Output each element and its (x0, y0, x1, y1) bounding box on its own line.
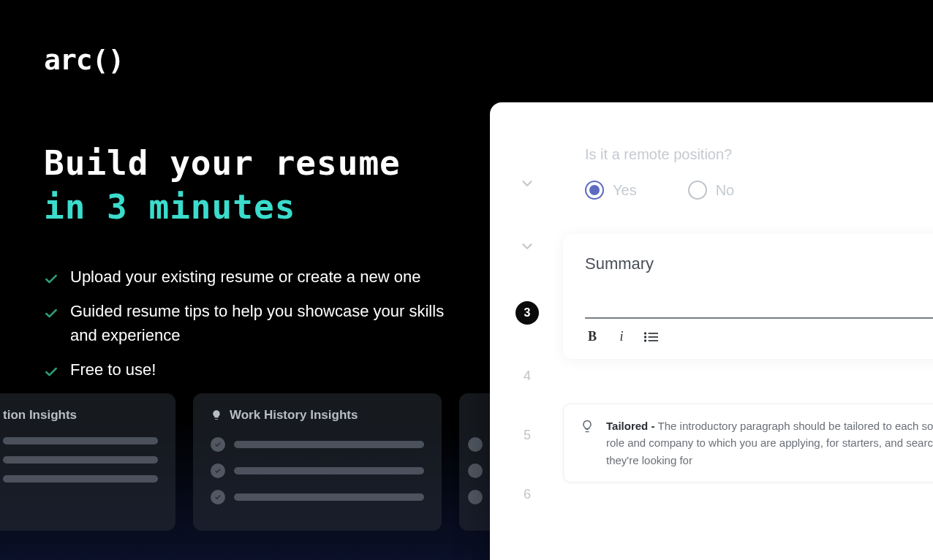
step-number-active[interactable]: 3 (515, 301, 539, 325)
remote-question-label: Is it a remote position? (585, 146, 734, 163)
feature-item: Guided resume tips to help you showcase … (44, 299, 453, 347)
brand-logo: arc() (44, 44, 889, 76)
svg-point-4 (644, 339, 646, 341)
skeleton-row (211, 437, 424, 452)
bold-button[interactable]: B (585, 329, 600, 344)
insight-card-title: tion Insights (3, 408, 77, 423)
step-collapse-icon[interactable] (519, 175, 539, 194)
radio-label: No (716, 182, 735, 199)
check-icon (44, 303, 58, 318)
feature-text: Free to use! (70, 357, 156, 382)
svg-point-0 (644, 332, 646, 334)
skeleton-row (211, 463, 424, 478)
step-number[interactable]: 6 (524, 487, 539, 502)
tip-label: Tailored - (606, 420, 658, 432)
svg-rect-5 (649, 340, 658, 341)
radio-icon (585, 181, 604, 200)
steps-rail: 3 4 5 6 (519, 175, 539, 502)
skeleton-row (3, 456, 158, 463)
feature-text: Upload your existing resume or create a … (70, 265, 420, 289)
svg-rect-3 (649, 336, 658, 338)
lightbulb-icon (580, 419, 594, 469)
format-toolbar: B i (585, 329, 933, 344)
svg-rect-1 (649, 333, 658, 334)
step-collapse-icon[interactable] (519, 238, 539, 257)
feature-item: Free to use! (44, 357, 453, 382)
lightbulb-icon (211, 409, 222, 421)
step-number[interactable]: 4 (524, 368, 539, 384)
summary-title: Summary (585, 254, 933, 273)
insight-card: tion Insights (0, 393, 175, 531)
check-icon (44, 362, 58, 377)
check-icon (44, 269, 58, 284)
remote-position-block: Is it a remote position? Yes No (585, 146, 734, 200)
radio-option-yes[interactable]: Yes (585, 181, 637, 200)
summary-input-underline[interactable] (585, 317, 933, 319)
skeleton-row (3, 475, 158, 483)
radio-option-no[interactable]: No (688, 181, 735, 200)
insight-card: Work History Insights (193, 393, 442, 531)
app-preview-panel: 3 4 5 6 Is it a remote position? Yes No … (490, 102, 933, 560)
bullet-list-button[interactable] (643, 331, 658, 343)
step-number[interactable]: 5 (524, 428, 539, 443)
svg-point-2 (644, 336, 646, 338)
check-circle-icon (211, 490, 225, 504)
skeleton-row (211, 490, 424, 504)
radio-icon (688, 181, 707, 200)
insight-card-title: Work History Insights (230, 408, 358, 423)
feature-item: Upload your existing resume or create a … (44, 265, 453, 289)
tip-text: Tailored - The introductory paragraph sh… (606, 417, 933, 469)
italic-button[interactable]: i (614, 329, 629, 344)
feature-text: Guided resume tips to help you showcase … (70, 299, 453, 347)
skeleton-row (3, 437, 158, 444)
insight-cards-row: tion Insights Work History Insights (0, 393, 503, 531)
summary-card: Summary B i (563, 234, 933, 359)
check-circle-icon (211, 463, 225, 478)
tip-card: Tailored - The introductory paragraph sh… (563, 404, 933, 483)
check-circle-icon (211, 437, 225, 452)
radio-label: Yes (613, 182, 637, 199)
